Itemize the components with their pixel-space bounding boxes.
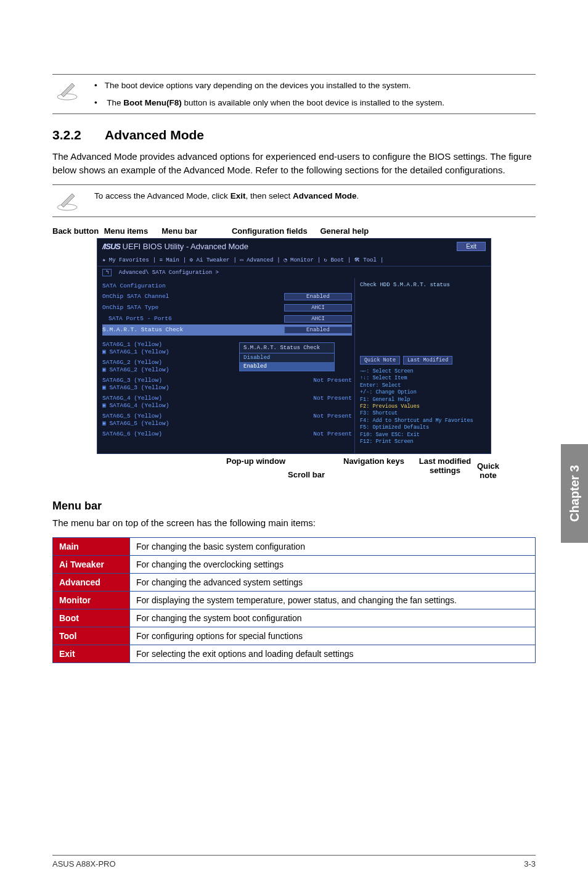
table-row: MainFor changing the basic system config… [53, 537, 536, 555]
table-row: BootFor changing the system boot configu… [53, 609, 536, 627]
bios-menu-bar[interactable]: ★ My Favorites| ≡ Main| ⚙ Ai Tweaker| ▭ … [97, 254, 491, 266]
note-block-2: To access the Advanced Mode, click Exit,… [52, 184, 536, 217]
table-row: Ai TweakerFor changing the overclocking … [53, 555, 536, 573]
footer-left: ASUS A88X-PRO [52, 859, 116, 868]
bios-item-row[interactable]: SATA Configuration [102, 281, 352, 291]
bios-popup-window[interactable]: S.M.A.R.T. Status Check Disabled Enabled [239, 342, 335, 371]
menubar-heading: Menu bar [52, 500, 536, 513]
table-row: MonitorFor displaying the system tempera… [53, 591, 536, 609]
note2-text: To access the Advanced Mode, click Exit,… [94, 185, 359, 207]
bios-breadcrumb: ↰ Advanced\ SATA Configuration > [97, 266, 491, 278]
menu-table: MainFor changing the basic system config… [52, 537, 536, 663]
bios-navigation-keys: →←: Select Screen ↑↓: Select Item Enter:… [360, 368, 486, 446]
footer-right: 3-3 [524, 859, 536, 868]
section-body: The Advanced Mode provides advanced opti… [52, 150, 536, 177]
bios-item-row[interactable]: SATA6G_3 (Yellow)▣ SATA6G_3 (Yellow)Not … [102, 375, 352, 393]
note1-item1: The boot device options vary depending o… [94, 80, 444, 92]
nav-favorites[interactable]: ★ My Favorites [102, 257, 149, 263]
bios-item-row[interactable]: SATA6G_4 (Yellow)▣ SATA6G_4 (Yellow)Not … [102, 393, 352, 411]
screenshot-bottom-labels: Pop-up window Scroll bar Navigation keys… [97, 456, 491, 493]
popup-item-disabled[interactable]: Disabled [240, 353, 334, 362]
exit-button[interactable]: Exit [457, 242, 486, 251]
table-row: ToolFor configuring options for special … [53, 627, 536, 645]
bios-screenshot: /ISUS UEFI BIOS Utility - Advanced Mode … [97, 238, 491, 454]
last-modified-button[interactable]: Last Modified [403, 356, 452, 365]
bios-help-text: Check HDD S.M.A.R.T. status [360, 282, 486, 288]
bios-item-row[interactable]: SATA Port5 - Port6AHCI [102, 313, 352, 324]
table-row: AdvancedFor changing the advanced system… [53, 573, 536, 591]
bios-titlebar: /ISUS UEFI BIOS Utility - Advanced Mode … [97, 239, 491, 254]
svg-point-1 [57, 204, 77, 210]
nav-advanced[interactable]: ▭ Advanced [240, 257, 273, 263]
nav-tool[interactable]: 🛠 Tool [354, 257, 377, 263]
note-block-1: The boot device options vary depending o… [52, 74, 536, 114]
pencil-note-icon [52, 185, 82, 217]
bios-item-row[interactable]: SATA6G_5 (Yellow)▣ SATA6G_5 (Yellow)Not … [102, 411, 352, 429]
popup-item-enabled[interactable]: Enabled [240, 362, 334, 371]
bios-item-row[interactable]: OnChip SATA TypeAHCI [102, 302, 352, 313]
section-heading: 3.2.2Advanced Mode [52, 128, 536, 142]
quick-note-button[interactable]: Quick Note [360, 356, 400, 365]
bios-item-row-selected[interactable]: S.M.A.R.T. Status CheckEnabled [102, 324, 352, 336]
nav-main[interactable]: ≡ Main [159, 257, 179, 263]
bios-item-row[interactable]: OnChip SATA ChannelEnabled [102, 291, 352, 302]
bios-right-pane: Check HDD S.M.A.R.T. status Quick Note L… [355, 278, 491, 453]
page-footer: ASUS A88X-PRO 3-3 [52, 855, 536, 868]
nav-aitweaker[interactable]: ⚙ Ai Tweaker [190, 257, 230, 263]
pencil-note-icon [52, 75, 82, 106]
back-button[interactable]: ↰ [102, 269, 112, 276]
svg-point-0 [57, 94, 77, 100]
note1-item2: The Boot Menu(F8) button is available on… [94, 97, 444, 109]
chapter-tab: Chapter 3 [561, 444, 588, 543]
screenshot-top-labels: Back button Menu items Menu bar Configur… [52, 226, 536, 236]
bios-item-row[interactable]: SATA6G_6 (Yellow)Not Present [102, 429, 352, 439]
menubar-intro: The menu bar on top of the screen has th… [52, 516, 536, 530]
table-row: ExitFor selecting the exit options and l… [53, 645, 536, 662]
nav-monitor[interactable]: ◔ Monitor [284, 257, 314, 263]
nav-boot[interactable]: ↻ Boot [324, 257, 344, 263]
